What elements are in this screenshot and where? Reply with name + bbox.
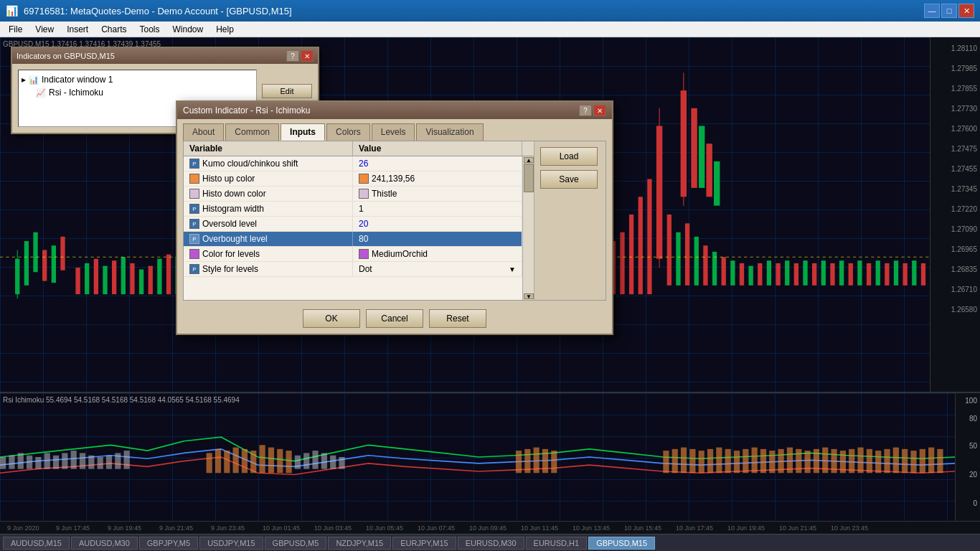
custom-dialog-title: Custom Indicator - Rsi - Ichimoku xyxy=(183,105,310,116)
table-row[interactable]: Histo up color 241,139,56 xyxy=(184,171,522,187)
svg-rect-22 xyxy=(157,259,161,294)
value-cell[interactable]: 241,139,56 xyxy=(353,171,522,186)
svg-rect-80 xyxy=(676,232,680,286)
custom-dialog-help-btn[interactable]: ? xyxy=(579,105,592,116)
svg-rect-105 xyxy=(903,263,907,286)
svg-rect-92 xyxy=(785,260,789,286)
tab-inputs[interactable]: Inputs xyxy=(281,123,325,141)
minimize-btn[interactable]: — xyxy=(924,4,940,18)
value-cell[interactable]: 80 xyxy=(353,232,522,246)
edit-indicator-btn[interactable]: Edit xyxy=(262,84,312,98)
tree-icon: 📊 xyxy=(29,75,39,85)
scroll-down-btn[interactable]: ▼ xyxy=(524,293,534,299)
custom-dialog-close-btn[interactable]: ✕ xyxy=(593,105,606,116)
menu-insert[interactable]: Insert xyxy=(61,23,94,36)
svg-rect-83 xyxy=(703,245,707,286)
maximize-btn[interactable]: □ xyxy=(941,4,957,18)
svg-rect-106 xyxy=(912,260,916,286)
tab-visualization[interactable]: Visualization xyxy=(416,123,483,141)
tree-child-label: Rsi - Ichimoku xyxy=(49,88,103,98)
svg-rect-162 xyxy=(27,456,32,469)
tab-NZDJPY-M15[interactable]: NZDJPY,M15 xyxy=(328,537,391,550)
svg-rect-100 xyxy=(857,260,862,286)
menu-bar: File View Insert Charts Tools Window Hel… xyxy=(0,22,980,37)
menu-file[interactable]: File xyxy=(3,23,28,36)
svg-rect-178 xyxy=(330,456,336,469)
svg-rect-98 xyxy=(839,260,844,286)
reset-btn[interactable]: Reset xyxy=(429,309,486,328)
close-btn[interactable]: ✕ xyxy=(958,4,974,18)
indicators-help-btn[interactable]: ? xyxy=(286,50,299,62)
rsi-80: 80 xyxy=(969,415,977,423)
svg-rect-102 xyxy=(876,260,880,286)
tab-colors[interactable]: Colors xyxy=(326,123,370,141)
table-scrollbar[interactable]: ▲ ▼ xyxy=(522,156,534,300)
indicators-close-btn[interactable]: ✕ xyxy=(301,50,314,62)
tab-AUDUSD-M30[interactable]: AUDUSD,M30 xyxy=(71,537,138,550)
svg-rect-153 xyxy=(893,448,899,474)
svg-rect-122 xyxy=(516,451,522,473)
price-1.27730: 1.27730 xyxy=(951,105,977,113)
menu-window[interactable]: Window xyxy=(167,23,209,36)
rsi-0: 0 xyxy=(973,499,977,507)
svg-rect-173 xyxy=(124,451,130,469)
value-cell[interactable]: 1 xyxy=(353,202,522,216)
variable-cell: P Kumo cloud/chinkou shift xyxy=(184,156,353,171)
table-row[interactable]: Color for levels MediumOrchid xyxy=(184,247,522,262)
svg-rect-120 xyxy=(277,449,283,473)
svg-rect-164 xyxy=(44,453,50,468)
col-variable: Variable xyxy=(184,141,353,156)
svg-rect-90 xyxy=(767,260,771,286)
menu-charts[interactable]: Charts xyxy=(95,23,132,36)
tab-levels[interactable]: Levels xyxy=(372,123,415,141)
svg-rect-18 xyxy=(121,257,126,294)
tab-EURJPY-M15[interactable]: EURJPY,M15 xyxy=(392,537,456,550)
value-cell[interactable]: 26 xyxy=(353,156,522,171)
window-title: 69716581: MetaQuotes-Demo - Demo Account… xyxy=(24,6,292,17)
tab-GBPJPY-M5[interactable]: GBPJPY,M5 xyxy=(139,537,198,550)
load-btn[interactable]: Load xyxy=(540,147,598,166)
table-row[interactable]: Histo down color Thistle xyxy=(184,187,522,202)
expand-icon: ▸ xyxy=(22,75,26,85)
svg-rect-158 xyxy=(937,449,943,473)
rsi-price-labels: 100 80 50 20 0 xyxy=(955,393,980,521)
tab-AUDUSD-M15[interactable]: AUDUSD,M15 xyxy=(3,537,70,550)
scroll-thumb[interactable] xyxy=(524,164,534,192)
ok-btn[interactable]: OK xyxy=(303,309,360,328)
table-row[interactable]: P Oversold level 20 xyxy=(184,217,522,232)
price-1.27475: 1.27475 xyxy=(951,145,977,153)
svg-rect-20 xyxy=(139,270,143,295)
tab-EURUSD-M30[interactable]: EURUSD,M30 xyxy=(458,537,524,550)
svg-rect-132 xyxy=(707,449,713,473)
tree-root-label: Indicator window 1 xyxy=(42,75,113,85)
tab-about[interactable]: About xyxy=(183,123,224,141)
tab-GBPUSD-M15[interactable]: GBPUSD,M15 xyxy=(588,537,655,550)
rsi-20: 20 xyxy=(969,471,977,479)
variable-label: Histogram width xyxy=(202,204,264,214)
svg-rect-150 xyxy=(867,449,872,473)
menu-tools[interactable]: Tools xyxy=(134,23,166,36)
tab-common[interactable]: Common xyxy=(225,123,279,141)
table-row[interactable]: P Kumo cloud/chinkou shift 26 xyxy=(184,156,522,171)
svg-rect-135 xyxy=(734,451,740,473)
value-cell[interactable]: Dot ▼ xyxy=(353,262,522,276)
variable-label: Histo up color xyxy=(202,174,255,184)
value-cell[interactable]: 20 xyxy=(353,217,522,231)
tree-child: 📈 Rsi - Ichimoku xyxy=(36,86,253,99)
tab-EURUSD-H1[interactable]: EURUSD,H1 xyxy=(526,537,588,550)
menu-view[interactable]: View xyxy=(29,23,60,36)
value-cell[interactable]: MediumOrchid xyxy=(353,247,522,261)
tab-USDJPY-M15[interactable]: USDJPY,M15 xyxy=(199,537,263,550)
save-btn[interactable]: Save xyxy=(540,170,598,189)
table-row[interactable]: P Histogram width 1 xyxy=(184,202,522,217)
svg-rect-75 xyxy=(639,197,643,294)
cancel-btn[interactable]: Cancel xyxy=(366,309,423,328)
svg-rect-11 xyxy=(706,143,712,197)
tab-GBPUSD-M5[interactable]: GBPUSD,M5 xyxy=(265,537,327,550)
dropdown-arrow-icon[interactable]: ▼ xyxy=(509,265,516,273)
menu-help[interactable]: Help xyxy=(210,23,240,36)
table-row[interactable]: P Style for levels Dot ▼ xyxy=(184,262,522,277)
table-row[interactable]: P Overbought level 80 xyxy=(184,232,522,247)
scroll-up-btn[interactable]: ▲ xyxy=(524,157,534,163)
value-cell[interactable]: Thistle xyxy=(353,187,522,201)
